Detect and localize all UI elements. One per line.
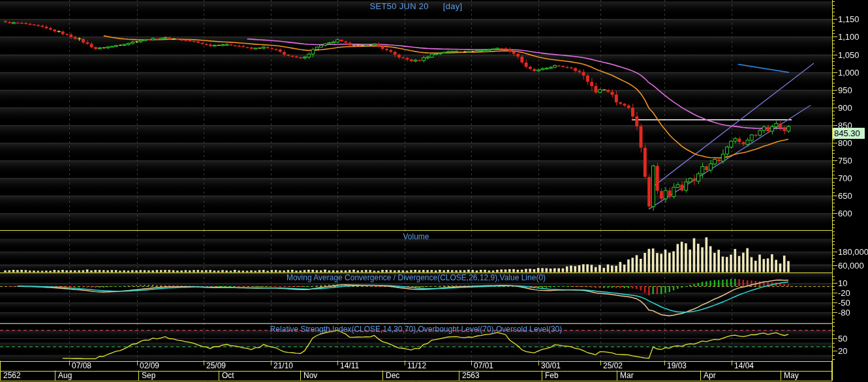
month-tick-label: May — [784, 371, 799, 381]
price-tick-label: 1,100 — [838, 32, 860, 42]
date-tick-label: 14/11 — [340, 361, 359, 371]
month-tick-label: Nov — [303, 371, 317, 381]
price-tick-label: 1,000 — [838, 67, 860, 77]
price-tick-label: 650 — [838, 191, 852, 201]
month-tick-label: Apr — [704, 371, 716, 381]
month-tick-label: 2563 — [462, 371, 480, 381]
macd-panel-title: Moving Average Convergence / Divergence(… — [0, 273, 832, 282]
date-tick-label: 25/02 — [603, 361, 623, 371]
chart-title: SET50 JUN 20[day] — [0, 1, 832, 11]
macd-tick-label: -50 — [838, 298, 850, 308]
date-tick-label: 07/08 — [72, 361, 91, 371]
macd-tick-label: 10 — [838, 278, 847, 288]
rsi-panel-title: Relative Strength Index(CLOSE,14,30,70),… — [0, 325, 832, 334]
rsi-tick-label: 50 — [838, 334, 847, 344]
date-tick-label: 02/09 — [140, 361, 159, 371]
month-tick-label: Aug — [58, 371, 72, 381]
volume-tick-label: 180,000 — [838, 246, 868, 256]
price-tick-label: 750 — [838, 156, 852, 166]
month-tick-label: Feb — [545, 371, 559, 381]
date-tick-label: 07/01 — [474, 361, 493, 371]
last-price-badge: 845.30 — [833, 128, 865, 139]
date-tick-label: 25/09 — [206, 361, 226, 371]
month-tick-label: Mar — [620, 371, 634, 381]
month-tick-label: Dec — [386, 371, 399, 381]
date-tick-label: 19/03 — [667, 361, 687, 371]
price-tick-label: 1,050 — [838, 50, 860, 59]
volume-tick-label: 60,000 — [838, 260, 864, 270]
rsi-tick-label: 20 — [838, 346, 847, 356]
price-tick-label: 1,150 — [838, 14, 860, 24]
price-tick-label: 950 — [838, 85, 852, 95]
macd-tick-label: -20 — [838, 288, 850, 298]
symbol-title: SET50 JUN 20 — [370, 1, 429, 11]
volume-panel-title: Volume — [0, 232, 832, 241]
date-tick-label: 11/12 — [407, 361, 426, 371]
date-tick-label: 30/01 — [541, 361, 561, 371]
price-tick-label: 700 — [838, 173, 852, 183]
timeframe-label: [day] — [443, 1, 463, 11]
month-tick-label: 2562 — [3, 371, 21, 381]
macd-tick-label: -80 — [838, 308, 850, 317]
price-tick-label: 600 — [838, 209, 852, 218]
chart-window: SET50 JUN 20[day] Volume Moving Average … — [0, 0, 868, 382]
price-tick-label: 800 — [838, 138, 852, 148]
date-tick-label: 14/04 — [734, 361, 754, 371]
price-tick-label: 900 — [838, 102, 852, 112]
month-tick-label: Sep — [142, 371, 155, 381]
month-tick-label: Oct — [222, 371, 234, 381]
date-tick-label: 21/10 — [273, 361, 293, 371]
